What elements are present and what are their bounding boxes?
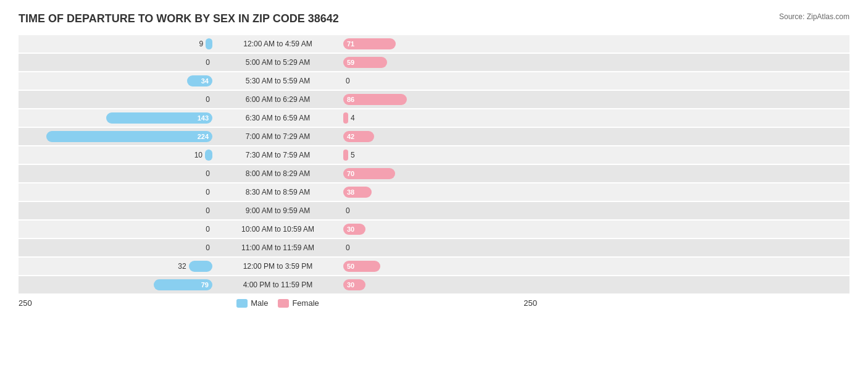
male-bar: 34 <box>187 75 212 86</box>
bar-row: 06:00 AM to 6:29 AM86 <box>19 91 849 108</box>
time-label: 5:00 AM to 5:29 AM <box>216 58 340 67</box>
female-bar <box>343 112 348 124</box>
legend-female-label: Female <box>292 298 319 308</box>
time-label: 12:00 PM to 3:59 PM <box>216 262 340 271</box>
male-value: 0 <box>206 95 210 104</box>
male-section: 9 <box>19 38 216 49</box>
time-label: 8:30 AM to 8:59 AM <box>216 188 340 196</box>
chart-area: 912:00 AM to 4:59 AM7105:00 AM to 5:29 A… <box>19 35 849 293</box>
bar-row: 912:00 AM to 4:59 AM71 <box>19 35 849 53</box>
male-value-inside: 224 <box>194 133 212 140</box>
male-value: 32 <box>178 262 186 271</box>
male-value: 0 <box>206 169 210 178</box>
female-value: 0 <box>346 77 350 85</box>
male-section: 0 <box>19 188 216 196</box>
bar-row: 3212:00 PM to 3:59 PM50 <box>19 258 849 275</box>
bar-row: 010:00 AM to 10:59 AM30 <box>19 221 849 238</box>
female-value: 0 <box>346 206 350 215</box>
time-label: 12:00 AM to 4:59 AM <box>216 40 340 48</box>
axis-left: 250 <box>19 298 216 308</box>
male-bar <box>206 38 212 49</box>
male-section: 34 <box>19 75 216 86</box>
male-value-inside: 143 <box>194 114 212 122</box>
axis-row: 250 Male Female 250 <box>19 298 849 308</box>
bar-row: 107:30 AM to 7:59 AM5 <box>19 146 849 164</box>
time-label: 8:00 AM to 8:29 AM <box>216 169 340 178</box>
bar-row: 08:00 AM to 8:29 AM70 <box>19 165 849 182</box>
chart-title: TIME OF DEPARTURE TO WORK BY SEX IN ZIP … <box>19 12 849 25</box>
female-section: 70 <box>340 168 537 179</box>
male-section: 143 <box>19 112 216 124</box>
male-value: 0 <box>206 243 210 252</box>
female-bar: 50 <box>343 261 380 272</box>
male-bar <box>205 150 212 161</box>
bar-row: 1436:30 AM to 6:59 AM4 <box>19 109 849 127</box>
time-label: 4:00 PM to 11:59 PM <box>216 281 340 289</box>
female-value-inside: 71 <box>343 40 358 48</box>
female-value-inside: 38 <box>343 188 358 196</box>
bar-row: 794:00 PM to 11:59 PM30 <box>19 276 849 293</box>
male-section: 224 <box>19 131 216 142</box>
female-value-inside: 30 <box>343 281 358 289</box>
female-section: 71 <box>340 38 537 49</box>
time-label: 6:00 AM to 6:29 AM <box>216 95 340 104</box>
male-section: 0 <box>19 225 216 234</box>
female-bar: 86 <box>343 94 407 105</box>
female-bar: 30 <box>343 224 365 235</box>
female-value-inside: 50 <box>343 263 358 270</box>
female-section: 0 <box>340 77 537 85</box>
female-bar: 59 <box>343 57 387 68</box>
female-bar <box>343 150 348 161</box>
female-section: 42 <box>340 131 537 142</box>
male-bar: 79 <box>154 279 212 290</box>
female-bar: 70 <box>343 168 395 179</box>
female-section: 30 <box>340 224 537 235</box>
female-value-inside: 59 <box>343 59 358 66</box>
female-section: 5 <box>340 150 537 161</box>
male-value: 0 <box>206 225 210 234</box>
female-value: 4 <box>351 114 355 122</box>
female-value: 0 <box>346 243 350 252</box>
female-value-inside: 42 <box>343 133 358 140</box>
legend-female-box <box>278 299 289 308</box>
time-label: 7:30 AM to 7:59 AM <box>216 151 340 159</box>
female-section: 30 <box>340 279 537 290</box>
chart-container: TIME OF DEPARTURE TO WORK BY SEX IN ZIP … <box>19 12 849 308</box>
male-value: 0 <box>206 58 210 67</box>
legend-male-label: Male <box>251 298 268 308</box>
male-section: 0 <box>19 243 216 252</box>
male-value-inside: 34 <box>198 77 212 85</box>
female-bar: 38 <box>343 187 372 198</box>
time-label: 11:00 AM to 11:59 AM <box>216 243 340 252</box>
female-bar: 42 <box>343 131 374 142</box>
legend-female: Female <box>278 298 319 308</box>
time-label: 9:00 AM to 9:59 AM <box>216 206 340 215</box>
male-value: 9 <box>199 40 204 48</box>
legend-male: Male <box>236 298 268 308</box>
female-section: 0 <box>340 243 537 252</box>
time-label: 10:00 AM to 10:59 AM <box>216 225 340 234</box>
female-value: 5 <box>351 151 355 159</box>
female-bar: 30 <box>343 279 365 290</box>
chart-source: Source: ZipAtlas.com <box>779 12 849 21</box>
female-section: 86 <box>340 94 537 105</box>
male-value: 0 <box>206 188 210 196</box>
male-section: 32 <box>19 261 216 272</box>
male-section: 10 <box>19 150 216 161</box>
male-section: 0 <box>19 95 216 104</box>
time-label: 7:00 AM to 7:29 AM <box>216 132 340 141</box>
female-value-inside: 86 <box>343 96 358 103</box>
female-section: 4 <box>340 112 537 124</box>
male-section: 0 <box>19 58 216 67</box>
female-value-inside: 70 <box>343 170 358 177</box>
legend-container: Male Female <box>216 298 340 308</box>
bar-row: 08:30 AM to 8:59 AM38 <box>19 184 849 201</box>
male-section: 0 <box>19 169 216 178</box>
female-value-inside: 30 <box>343 226 358 233</box>
bar-row: 05:00 AM to 5:29 AM59 <box>19 54 849 71</box>
male-bar: 224 <box>46 131 212 142</box>
bar-row: 345:30 AM to 5:59 AM0 <box>19 72 849 90</box>
female-section: 0 <box>340 206 537 215</box>
male-value: 10 <box>194 151 202 159</box>
female-section: 38 <box>340 187 537 198</box>
